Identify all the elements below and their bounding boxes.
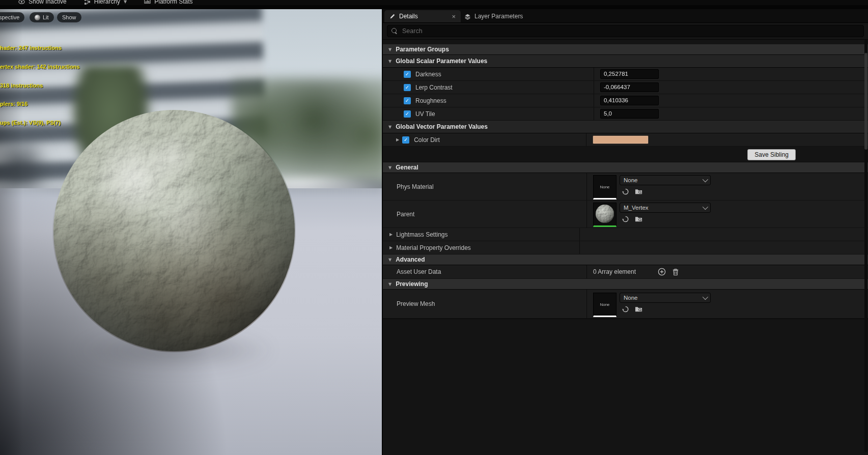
parent-material-thumbnail[interactable] <box>593 203 617 227</box>
check-icon: ✓ <box>405 85 409 90</box>
preview-mesh-thumbnail[interactable]: None <box>593 293 617 317</box>
preview-mesh-dropdown-value: None <box>624 295 638 301</box>
perspective-label: spective <box>0 12 19 22</box>
expander-right-icon[interactable]: ▶ <box>396 137 399 142</box>
section-global-vector-label: Global Vector Parameter Values <box>396 123 488 130</box>
browse-to-asset-icon[interactable] <box>634 215 643 223</box>
chevron-down-icon: ▼ <box>388 258 391 262</box>
show-inactive-label: Show Inactive <box>29 0 67 5</box>
param-row-darkness: ✓ Darkness 0,252781 <box>383 68 868 81</box>
expander-right-icon[interactable]: ▶ <box>389 232 393 237</box>
platform-stats-label: Platform Stats <box>154 0 192 5</box>
darkness-value-input[interactable]: 0,252781 <box>600 69 659 79</box>
use-selected-asset-icon[interactable] <box>621 305 630 313</box>
lerp-contrast-value-input[interactable]: -0,066437 <box>600 82 659 92</box>
uv-tile-label: UV Tile <box>415 110 435 118</box>
chevron-down-icon <box>703 294 708 300</box>
asset-user-data-row: Asset User Data 0 Array element <box>383 265 868 279</box>
chevron-down-icon <box>703 204 708 210</box>
lerp-contrast-label: Lerp Contrast <box>415 84 453 91</box>
section-global-scalar[interactable]: ▼ Global Scalar Parameter Values <box>383 55 868 68</box>
hierarchy-button[interactable]: Hierarchy ▼ <box>84 0 127 5</box>
preview-mesh-label: Preview Mesh <box>397 300 435 307</box>
show-menu-button[interactable]: Show <box>57 12 81 22</box>
tab-layer-parameters[interactable]: Layer Parameters <box>459 10 528 22</box>
save-sibling-button[interactable]: Save Sibling <box>747 149 796 160</box>
stats-line: ups (Est.): VS(9), PS(7) <box>0 120 80 126</box>
platform-stats-icon <box>144 0 151 5</box>
delete-trash-icon[interactable] <box>671 268 680 276</box>
chevron-down-icon: ▼ <box>124 0 127 4</box>
details-panel: Details × Layer Parameters ▼ Parameter G… <box>383 9 868 455</box>
editor-body: spective Lit Show hader: 247 instruction… <box>0 5 868 455</box>
darkness-checkbox[interactable]: ✓ <box>404 71 411 78</box>
uv-tile-checkbox[interactable]: ✓ <box>404 110 411 118</box>
lightmass-settings-row[interactable]: ▶ Lightmass Settings <box>383 228 868 241</box>
perspective-button[interactable]: spective <box>0 12 24 22</box>
check-icon: ✓ <box>405 98 409 103</box>
preview-mesh-row: Preview Mesh None None <box>383 290 868 319</box>
panel-empty-area <box>383 319 868 441</box>
chevron-down-icon: ▼ <box>388 165 391 170</box>
material-property-overrides-row[interactable]: ▶ Material Property Overrides <box>383 241 868 254</box>
material-preview-viewport[interactable]: spective Lit Show hader: 247 instruction… <box>0 9 382 455</box>
chevron-down-icon: ▼ <box>388 47 391 52</box>
roughness-checkbox[interactable]: ✓ <box>404 97 411 104</box>
tab-details[interactable]: Details × <box>384 10 461 22</box>
section-previewing[interactable]: ▼ Previewing <box>383 279 868 290</box>
stats-line: hader: 247 instructions <box>0 45 80 51</box>
parent-dropdown-value: M_Vertex <box>624 205 649 211</box>
browse-to-asset-icon[interactable] <box>634 305 643 313</box>
check-icon: ✓ <box>405 111 409 117</box>
parent-thumb-sphere <box>594 203 616 225</box>
chevron-down-icon: ▼ <box>388 282 391 287</box>
asset-user-data-label: Asset User Data <box>397 268 441 275</box>
parent-dropdown[interactable]: M_Vertex <box>620 203 711 213</box>
use-selected-asset-icon[interactable] <box>621 187 630 195</box>
stats-line: ertex shader: 142 instructions <box>0 64 80 70</box>
section-global-vector[interactable]: ▼ Global Vector Parameter Values <box>383 121 868 133</box>
lit-mode-button[interactable]: Lit <box>30 12 54 22</box>
uv-tile-value-input[interactable]: 5,0 <box>600 109 659 119</box>
section-advanced-label: Advanced <box>396 256 425 263</box>
param-row-uv-tile: ✓ UV Tile 5,0 <box>383 107 868 121</box>
phys-material-thumbnail[interactable]: None <box>593 175 617 200</box>
preview-mesh-dropdown[interactable]: None <box>620 293 711 303</box>
browse-to-asset-icon[interactable] <box>634 187 643 195</box>
lerp-contrast-checkbox[interactable]: ✓ <box>404 84 411 91</box>
phys-material-thumb-label: None <box>600 185 609 189</box>
roughness-label: Roughness <box>415 97 446 104</box>
check-icon: ✓ <box>405 72 409 77</box>
search-row <box>383 23 868 40</box>
tab-details-label: Details <box>399 13 418 20</box>
section-advanced[interactable]: ▼ Advanced <box>383 254 868 265</box>
platform-stats-button[interactable]: Platform Stats <box>144 0 192 5</box>
search-box[interactable] <box>387 25 864 37</box>
phys-material-dropdown[interactable]: None <box>620 175 711 185</box>
top-toolbar: Show Inactive Hierarchy ▼ Platform Stats <box>0 0 868 5</box>
close-icon[interactable]: × <box>452 13 456 20</box>
section-parameter-groups[interactable]: ▼ Parameter Groups <box>383 44 868 55</box>
section-general-label: General <box>396 164 418 171</box>
add-element-icon[interactable] <box>657 268 666 276</box>
panel-scrollbar-thumb[interactable] <box>864 53 867 150</box>
check-icon: ✓ <box>404 137 408 143</box>
lightmass-settings-label: Lightmass Settings <box>396 231 447 238</box>
material-property-overrides-label: Material Property Overrides <box>396 244 471 251</box>
search-input[interactable] <box>401 27 859 35</box>
parent-label: Parent <box>397 211 414 218</box>
color-dirt-checkbox[interactable]: ✓ <box>402 136 409 144</box>
section-general[interactable]: ▼ General <box>383 162 868 173</box>
color-dirt-swatch[interactable] <box>593 135 649 144</box>
hierarchy-icon <box>84 0 91 5</box>
parent-row: Parent M_Ve <box>383 201 868 228</box>
show-inactive-button[interactable]: Show Inactive <box>18 0 67 5</box>
panel-scrollbar[interactable] <box>864 40 867 452</box>
param-row-roughness: ✓ Roughness 0,410336 <box>383 94 868 107</box>
phys-material-dropdown-value: None <box>624 177 638 183</box>
roughness-value-input[interactable]: 0,410336 <box>600 96 659 105</box>
show-label: Show <box>62 12 76 22</box>
use-selected-asset-icon[interactable] <box>621 215 630 223</box>
expander-right-icon[interactable]: ▶ <box>389 245 393 250</box>
chevron-down-icon: ▼ <box>388 125 391 129</box>
